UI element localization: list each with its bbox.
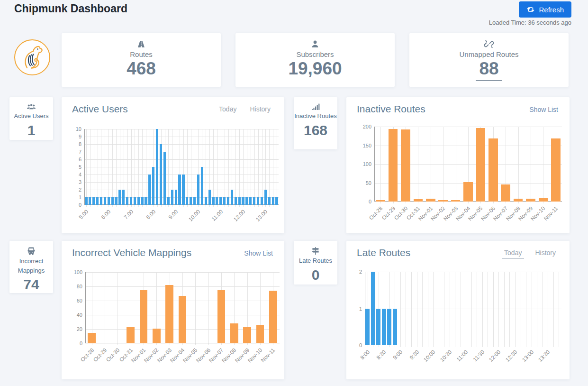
bar bbox=[245, 197, 248, 205]
panel-title: Inactive Routes bbox=[357, 103, 425, 115]
late-routes-panel: Late Routes Today History 0128:008:309:0… bbox=[346, 241, 570, 379]
y-tick-label: 8 bbox=[65, 141, 81, 147]
bar bbox=[242, 197, 244, 205]
bar bbox=[179, 296, 187, 344]
bar bbox=[438, 200, 448, 202]
mini-card-label: Incorrect Mappings bbox=[9, 257, 53, 275]
bar bbox=[201, 167, 203, 205]
bar bbox=[393, 309, 397, 346]
signpost-icon bbox=[294, 247, 337, 255]
bar bbox=[551, 138, 561, 202]
bar bbox=[171, 190, 173, 205]
show-list-link[interactable]: Show List bbox=[529, 106, 558, 113]
bar bbox=[130, 197, 132, 205]
bar bbox=[126, 197, 128, 205]
bar bbox=[127, 327, 135, 344]
late-routes-mini-card: Late Routes 0 bbox=[294, 241, 337, 285]
bar bbox=[152, 167, 154, 205]
tab-today[interactable]: Today bbox=[502, 249, 524, 259]
bar bbox=[175, 190, 177, 205]
y-tick-label: 6 bbox=[65, 156, 81, 162]
bar bbox=[100, 197, 102, 205]
y-tick-label: 9 bbox=[65, 134, 81, 139]
x-tick-label: 13:00 bbox=[246, 209, 269, 231]
bar bbox=[256, 325, 264, 343]
y-tick-label: 80 bbox=[66, 284, 82, 289]
bar bbox=[376, 309, 380, 346]
bar bbox=[122, 190, 125, 205]
y-tick-label: 100 bbox=[355, 161, 371, 167]
stat-label: Routes bbox=[62, 50, 221, 58]
tab-history[interactable]: History bbox=[247, 105, 273, 115]
bar bbox=[197, 175, 199, 205]
late-routes-tabs: Today History bbox=[502, 249, 558, 259]
bar bbox=[212, 197, 214, 205]
late-routes-chart: 0128:008:309:009:3010:0010:3011:0011:301… bbox=[346, 267, 570, 377]
bar bbox=[118, 190, 121, 205]
bar bbox=[96, 197, 99, 205]
mini-card-value: 0 bbox=[294, 267, 337, 283]
bar bbox=[261, 197, 263, 205]
bar bbox=[223, 197, 226, 205]
show-list-link[interactable]: Show List bbox=[244, 249, 273, 257]
y-tick-label: 7 bbox=[65, 149, 81, 155]
inactive-routes-panel: Inactive Routes Show List 050100150200Oc… bbox=[346, 97, 570, 233]
tab-today[interactable]: Today bbox=[217, 105, 239, 115]
bar bbox=[193, 197, 196, 205]
y-tick-label: 4 bbox=[65, 172, 81, 177]
unmapped-routes-stat-card: Unmapped Routes 88 bbox=[409, 33, 569, 87]
bar bbox=[501, 184, 510, 202]
bar bbox=[539, 198, 548, 202]
bar bbox=[186, 197, 188, 205]
bar bbox=[217, 290, 226, 344]
inactive-routes-mini-card: Inactive Routes 168 bbox=[294, 97, 337, 149]
bar bbox=[253, 197, 255, 205]
bar bbox=[389, 129, 398, 202]
road-icon bbox=[62, 39, 221, 49]
bar bbox=[92, 197, 95, 205]
bar bbox=[249, 197, 252, 205]
y-tick-label: 0 bbox=[355, 199, 371, 204]
bar bbox=[365, 309, 370, 346]
bar bbox=[163, 152, 166, 205]
bar bbox=[451, 200, 461, 202]
y-tick-label: 40 bbox=[66, 312, 82, 318]
page-title: Chipmunk Dashboard bbox=[14, 2, 127, 15]
stat-value: 19,960 bbox=[235, 59, 395, 79]
bar bbox=[111, 197, 114, 205]
routes-stat-card: Routes 468 bbox=[62, 33, 221, 87]
bar bbox=[275, 197, 278, 205]
bar bbox=[148, 175, 151, 205]
bar bbox=[488, 138, 498, 202]
panel-title: Active Users bbox=[72, 103, 128, 115]
bar bbox=[165, 285, 173, 343]
x-tick-label: 9:00 bbox=[157, 209, 179, 231]
retweet-icon bbox=[526, 6, 535, 13]
bar bbox=[269, 291, 277, 343]
inactive-routes-chart: 050100150200Oct-28Oct-29Oct-30Oct-31Nov-… bbox=[346, 124, 570, 233]
bar bbox=[514, 199, 523, 202]
x-tick-label: 10:00 bbox=[179, 209, 201, 231]
bar bbox=[426, 199, 435, 202]
bar bbox=[257, 197, 259, 205]
bar bbox=[115, 197, 117, 205]
bar bbox=[227, 197, 229, 205]
tab-history[interactable]: History bbox=[533, 249, 558, 259]
refresh-button[interactable]: Refresh bbox=[519, 1, 571, 18]
bar bbox=[178, 175, 181, 205]
subscribers-stat-card: Subscribers 19,960 bbox=[235, 33, 395, 87]
bar bbox=[264, 190, 267, 205]
bar bbox=[231, 190, 233, 205]
mini-card-value: 74 bbox=[9, 276, 53, 293]
incorrect-mappings-mini-card: Incorrect Mappings 74 bbox=[9, 241, 53, 293]
bar bbox=[371, 272, 375, 345]
unmapped-routes-count-link[interactable]: 88 bbox=[409, 59, 569, 81]
stat-label: Unmapped Routes bbox=[409, 50, 569, 58]
plot-area bbox=[84, 129, 279, 205]
y-tick-label: 1 bbox=[346, 306, 362, 312]
bar bbox=[376, 200, 385, 202]
bar bbox=[238, 197, 241, 205]
bar bbox=[476, 128, 486, 202]
y-tick-label: 60 bbox=[66, 298, 82, 303]
y-tick-label: 0 bbox=[65, 202, 81, 208]
